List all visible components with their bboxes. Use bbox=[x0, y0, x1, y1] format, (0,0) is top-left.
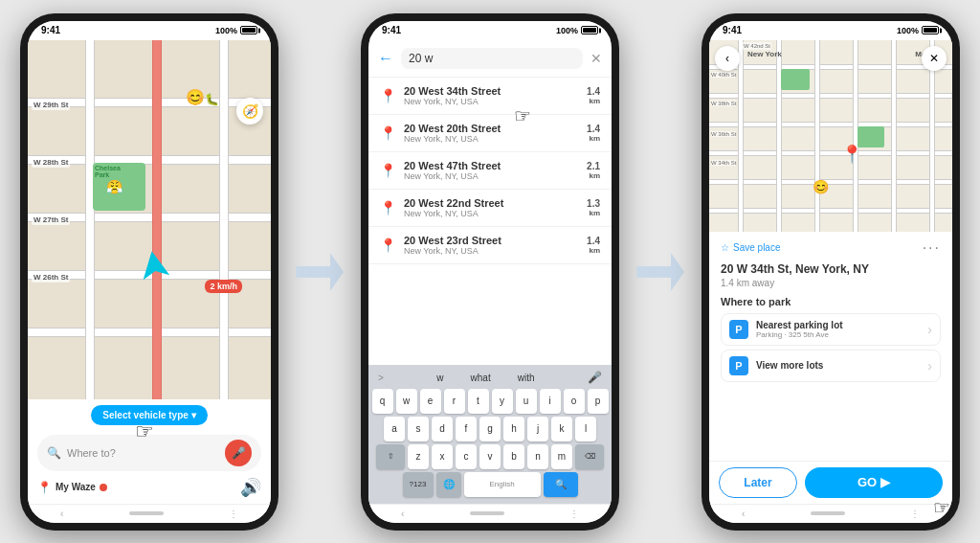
park-option-1[interactable]: P Nearest parking lot Parking · 325 5th … bbox=[721, 313, 941, 346]
key-q[interactable]: q bbox=[372, 389, 393, 414]
more-options-button[interactable]: ··· bbox=[923, 239, 941, 257]
map-label-4: W 36th St bbox=[711, 131, 736, 137]
road-label-4: W 26th St bbox=[32, 272, 70, 283]
result-dist-4: 1.3 km bbox=[587, 198, 600, 217]
nav-back-3[interactable]: ‹ bbox=[742, 509, 745, 519]
location-icon-1: 📍 bbox=[380, 88, 396, 103]
nav-bar-3: ‹ ⋮ bbox=[709, 504, 952, 523]
go-button[interactable]: GO ▶ bbox=[805, 467, 943, 498]
destination-map[interactable]: W 42nd St W 40th St W 38th St W 36th St … bbox=[709, 40, 952, 232]
go-play-icon: ▶ bbox=[880, 475, 890, 489]
kb-row-3: ⇧ z x c v b n m ⌫ bbox=[370, 444, 610, 469]
result-item-3[interactable]: 📍 20 West 47th Street New York, NY, USA … bbox=[368, 152, 612, 190]
compass[interactable]: 🧭 bbox=[236, 98, 263, 124]
map-label-2: W 40th St bbox=[711, 72, 736, 78]
phone-2: 9:41 100% ← 20 w ✕ 📍 20 West 34th S bbox=[361, 13, 619, 531]
bottom-actions: Later GO ▶ bbox=[709, 461, 952, 504]
dest-distance: 1.4 km away bbox=[721, 278, 941, 288]
park-arrow-2: › bbox=[927, 358, 932, 373]
key-e[interactable]: e bbox=[420, 389, 441, 414]
key-shift[interactable]: ⇧ bbox=[376, 444, 405, 469]
key-s[interactable]: s bbox=[408, 417, 429, 441]
key-r[interactable]: r bbox=[444, 389, 465, 414]
kb-suggest-3[interactable]: with bbox=[514, 371, 539, 385]
location-icon-5: 📍 bbox=[380, 238, 396, 253]
key-globe[interactable]: 🌐 bbox=[436, 472, 461, 497]
park-sub-1: Parking · 325 5th Ave bbox=[756, 330, 920, 339]
vehicle-type-button[interactable]: Select vehicle type ▾ bbox=[91, 405, 207, 425]
waze-map-icon: 😊 bbox=[813, 179, 829, 194]
search-input[interactable]: 20 w bbox=[401, 48, 583, 69]
kb-suggest-1[interactable]: w bbox=[433, 371, 447, 385]
road-label-1: W 29th St bbox=[32, 100, 70, 110]
park-name-1: Nearest parking lot bbox=[756, 320, 920, 330]
kb-suggest-2[interactable]: what bbox=[467, 371, 495, 385]
key-f[interactable]: f bbox=[456, 417, 477, 441]
key-g[interactable]: g bbox=[479, 417, 501, 441]
keyboard[interactable]: > w what with 🎤 q w e r t y u i bbox=[368, 365, 612, 504]
battery-label-2: 100% bbox=[556, 26, 578, 35]
map-close-button[interactable]: ✕ bbox=[922, 46, 947, 71]
key-c[interactable]: c bbox=[456, 444, 477, 469]
nav-back-2[interactable]: ‹ bbox=[401, 509, 404, 519]
result-item-2[interactable]: 📍 20 West 20th Street New York, NY, USA … bbox=[368, 115, 612, 152]
clear-button[interactable]: ✕ bbox=[590, 51, 602, 66]
later-button[interactable]: Later bbox=[719, 467, 797, 498]
my-waze-btn[interactable]: 📍 My Waze bbox=[37, 481, 107, 494]
home-indicator-2 bbox=[470, 511, 504, 515]
key-w[interactable]: w bbox=[396, 389, 417, 414]
key-o[interactable]: o bbox=[564, 389, 585, 414]
key-h[interactable]: h bbox=[503, 417, 524, 441]
nav-menu-3[interactable]: ⋮ bbox=[910, 509, 920, 519]
nav-menu-1[interactable]: ⋮ bbox=[229, 509, 238, 519]
key-x[interactable]: x bbox=[432, 444, 453, 469]
key-search[interactable]: 🔍 bbox=[544, 472, 578, 497]
nav-back-1[interactable]: ‹ bbox=[60, 509, 63, 519]
phone-1: 9:41 100% bbox=[20, 13, 278, 531]
nav-bar-2: ‹ ⋮ bbox=[368, 504, 612, 523]
key-u[interactable]: u bbox=[516, 389, 537, 414]
key-123[interactable]: ?123 bbox=[403, 472, 434, 497]
save-place-button[interactable]: ☆ Save place bbox=[721, 242, 780, 253]
key-y[interactable]: y bbox=[492, 389, 513, 414]
where-to-search[interactable]: 🔍 Where to? 🎤 bbox=[37, 435, 261, 471]
search-header: ← 20 w ✕ bbox=[368, 40, 612, 78]
key-v[interactable]: v bbox=[479, 444, 501, 469]
result-sub-1: New York, NY, USA bbox=[404, 97, 579, 106]
key-j[interactable]: j bbox=[527, 417, 548, 441]
key-z[interactable]: z bbox=[408, 444, 429, 469]
key-p[interactable]: p bbox=[588, 389, 609, 414]
key-k[interactable]: k bbox=[551, 417, 572, 441]
map-back-button[interactable]: ‹ bbox=[715, 46, 740, 71]
park-name-2: View more lots bbox=[756, 360, 920, 371]
road-label-3: W 27th St bbox=[32, 215, 70, 225]
result-sub-4: New York, NY, USA bbox=[404, 209, 579, 218]
arrow-2 bbox=[636, 253, 684, 291]
key-m[interactable]: m bbox=[551, 444, 572, 469]
battery-icon-1 bbox=[240, 26, 257, 34]
map-label-5: W 34th St bbox=[711, 160, 736, 166]
key-a[interactable]: a bbox=[384, 417, 405, 441]
nav-menu-2[interactable]: ⋮ bbox=[569, 509, 579, 519]
result-item-5[interactable]: 📍 20 West 23rd Street New York, NY, USA … bbox=[368, 227, 612, 264]
phone-3: 9:41 100% bbox=[702, 13, 960, 531]
key-b[interactable]: b bbox=[503, 444, 524, 469]
key-backspace[interactable]: ⌫ bbox=[575, 444, 604, 469]
map-view-1[interactable]: ChelseaPark W 29th St W 28th St W 27th S… bbox=[28, 40, 271, 399]
kb-mic-icon[interactable]: 🎤 bbox=[588, 371, 602, 384]
back-button-2[interactable]: ← bbox=[378, 50, 393, 67]
key-n[interactable]: n bbox=[527, 444, 548, 469]
key-i[interactable]: i bbox=[540, 389, 561, 414]
key-d[interactable]: d bbox=[432, 417, 453, 441]
park-option-2[interactable]: P View more lots › bbox=[721, 350, 941, 382]
volume-icon[interactable]: 🔊 bbox=[240, 477, 261, 498]
home-indicator-3 bbox=[811, 511, 845, 515]
key-l[interactable]: l bbox=[575, 417, 596, 441]
key-t[interactable]: t bbox=[468, 389, 489, 414]
home-indicator-1 bbox=[129, 511, 164, 515]
key-space[interactable]: English bbox=[464, 472, 541, 497]
mic-button-1[interactable]: 🎤 bbox=[225, 440, 252, 466]
result-item-1[interactable]: 📍 20 West 34th Street New York, NY, USA … bbox=[368, 78, 612, 115]
result-item-4[interactable]: 📍 20 West 22nd Street New York, NY, USA … bbox=[368, 190, 612, 227]
kb-row-4: ?123 🌐 English 🔍 bbox=[370, 472, 610, 497]
